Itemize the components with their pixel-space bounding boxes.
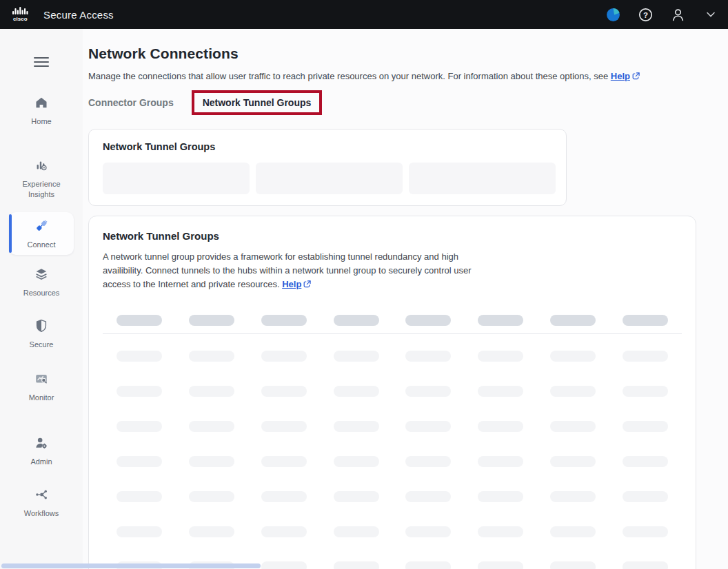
tab-connector-groups[interactable]: Connector Groups [88, 97, 174, 108]
cell-placeholder [550, 526, 596, 537]
tunnel-groups-card-title: Network Tunnel Groups [103, 230, 682, 242]
cell-placeholder [623, 386, 668, 397]
help-link[interactable]: Help [611, 71, 630, 81]
cell-placeholder [189, 351, 234, 362]
sidebar-item-label: Workflows [10, 508, 72, 519]
sidebar-item-home[interactable]: Home [9, 89, 74, 132]
topbar-actions: ? [605, 7, 718, 23]
secure-icon [34, 318, 49, 333]
cell-placeholder [334, 386, 379, 397]
sidebar-item-label: Resources [10, 288, 72, 298]
sidebar-item-label: Admin [10, 457, 72, 467]
insights-icon [34, 158, 49, 173]
skeleton-header-row [103, 315, 682, 326]
monitor-icon [34, 371, 49, 386]
cell-placeholder [334, 351, 379, 362]
tab-bar: Connector Groups Network Tunnel Groups [88, 90, 728, 115]
sidebar-item-label: Experience Insights [10, 179, 72, 200]
cell-placeholder [334, 421, 379, 432]
sidebar-item-label: Connect [10, 240, 72, 250]
summary-card-title: Network Tunnel Groups [103, 141, 556, 152]
external-link-icon [632, 72, 640, 80]
cell-placeholder [623, 491, 668, 502]
cell-placeholder [117, 421, 162, 432]
summary-placeholder [256, 163, 403, 194]
summary-placeholder-row [103, 163, 556, 194]
cell-placeholder [117, 526, 162, 537]
annotation-highlight-box: Network Tunnel Groups [192, 90, 323, 115]
page-subtitle: Manage the connections that allow user t… [88, 71, 728, 81]
cell-placeholder [261, 456, 307, 467]
sidebar-item-experience-insights[interactable]: Experience Insights [9, 152, 74, 205]
cell-placeholder [261, 491, 307, 502]
svg-text:?: ? [643, 10, 648, 19]
cell-placeholder [334, 561, 379, 569]
horizontal-scrollbar-thumb[interactable] [1, 563, 261, 568]
cell-placeholder [189, 386, 234, 397]
svg-text:cisco: cisco [13, 16, 28, 22]
cell-placeholder [405, 351, 451, 362]
cell-placeholder [334, 526, 379, 537]
cell-placeholder [117, 491, 162, 502]
cell-placeholder [261, 526, 307, 537]
summary-placeholder [103, 163, 250, 194]
cell-placeholder [550, 561, 596, 569]
cell-placeholder [478, 491, 523, 502]
cell-placeholder [550, 421, 596, 432]
resources-icon [34, 267, 49, 282]
help-icon[interactable]: ? [638, 7, 654, 23]
cell-placeholder [623, 351, 668, 362]
chevron-down-icon[interactable] [702, 7, 718, 23]
cell-placeholder [623, 561, 668, 569]
usage-donut-icon[interactable] [605, 7, 621, 23]
subtitle-text: Manage the connections that allow user t… [88, 71, 608, 81]
skeleton-data-row [103, 386, 682, 397]
cell-placeholder [405, 526, 451, 537]
cell-placeholder [623, 421, 668, 432]
sidebar-item-label: Home [10, 116, 72, 127]
cell-placeholder [478, 421, 523, 432]
cell-placeholder [261, 351, 307, 362]
cell-placeholder [405, 491, 451, 502]
admin-icon [34, 435, 49, 451]
connect-icon [34, 218, 49, 234]
hamburger-icon[interactable] [32, 55, 51, 71]
cell-placeholder [623, 456, 668, 467]
cisco-logo-icon: cisco [10, 6, 34, 23]
cell-placeholder [405, 456, 451, 467]
skeleton-data-row [103, 526, 682, 537]
main-content: Network Connections Manage the connectio… [83, 29, 728, 569]
home-icon [34, 95, 49, 110]
account-icon[interactable] [670, 7, 686, 23]
cell-placeholder [405, 561, 451, 569]
cell-placeholder [261, 386, 307, 397]
cell-placeholder [189, 491, 234, 502]
tab-network-tunnel-groups[interactable]: Network Tunnel Groups [203, 97, 312, 108]
sidebar: HomeExperience InsightsConnectResourcesS… [0, 29, 83, 569]
skeleton-data-row [103, 491, 682, 502]
cell-placeholder [334, 491, 379, 502]
sidebar-item-workflows[interactable]: Workflows [9, 481, 74, 524]
column-placeholder [334, 315, 379, 326]
cell-placeholder [189, 526, 234, 537]
column-placeholder [117, 315, 162, 326]
sidebar-item-resources[interactable]: Resources [9, 260, 74, 304]
skeleton-data-row [103, 421, 682, 432]
table-header-divider [103, 333, 682, 334]
cell-placeholder [623, 526, 668, 537]
workflows-icon [34, 487, 49, 502]
cell-placeholder [550, 456, 596, 467]
sidebar-item-monitor[interactable]: Monitor [9, 365, 74, 408]
cell-placeholder [261, 421, 307, 432]
cell-placeholder [405, 386, 451, 397]
help-link[interactable]: Help [282, 279, 301, 289]
external-link-icon [303, 280, 311, 288]
sidebar-item-secure[interactable]: Secure [9, 312, 74, 355]
sidebar-item-admin[interactable]: Admin [9, 429, 74, 473]
tunnel-groups-description: A network tunnel group provides a framew… [103, 250, 481, 291]
cell-placeholder [117, 351, 162, 362]
sidebar-nav: HomeExperience InsightsConnectResourcesS… [0, 89, 83, 524]
sidebar-item-connect[interactable]: Connect [9, 212, 74, 256]
column-placeholder [623, 315, 668, 326]
tunnel-groups-summary-card: Network Tunnel Groups [88, 129, 567, 206]
